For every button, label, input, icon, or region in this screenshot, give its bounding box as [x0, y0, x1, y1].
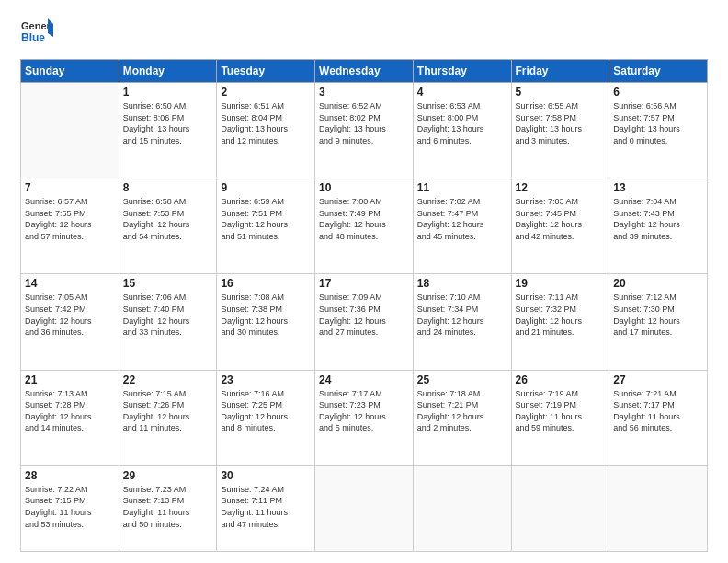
day-cell: 13Sunrise: 7:04 AM Sunset: 7:43 PM Dayli… — [609, 178, 708, 274]
day-info: Sunrise: 7:17 AM Sunset: 7:23 PM Dayligh… — [319, 388, 409, 434]
day-cell: 24Sunrise: 7:17 AM Sunset: 7:23 PM Dayli… — [315, 370, 414, 465]
day-number: 2 — [221, 86, 311, 98]
day-cell: 23Sunrise: 7:16 AM Sunset: 7:25 PM Dayli… — [217, 370, 315, 465]
day-cell: 30Sunrise: 7:24 AM Sunset: 7:11 PM Dayli… — [217, 465, 315, 551]
day-number: 28 — [25, 469, 115, 482]
day-info: Sunrise: 7:05 AM Sunset: 7:42 PM Dayligh… — [25, 292, 115, 338]
day-cell: 7Sunrise: 6:57 AM Sunset: 7:55 PM Daylig… — [21, 178, 119, 274]
day-info: Sunrise: 7:16 AM Sunset: 7:25 PM Dayligh… — [221, 388, 311, 434]
day-number: 23 — [221, 373, 311, 386]
day-cell — [315, 465, 414, 551]
day-info: Sunrise: 7:12 AM Sunset: 7:30 PM Dayligh… — [613, 292, 703, 338]
day-cell: 3Sunrise: 6:52 AM Sunset: 8:02 PM Daylig… — [315, 83, 414, 178]
day-number: 14 — [25, 277, 115, 290]
weekday-thursday: Thursday — [413, 60, 511, 83]
day-cell: 5Sunrise: 6:55 AM Sunset: 7:58 PM Daylig… — [511, 83, 609, 178]
day-cell: 16Sunrise: 7:08 AM Sunset: 7:38 PM Dayli… — [217, 274, 315, 370]
day-cell: 29Sunrise: 7:23 AM Sunset: 7:13 PM Dayli… — [119, 465, 217, 551]
day-number: 15 — [123, 277, 213, 290]
day-number: 18 — [417, 277, 507, 290]
week-row-5: 28Sunrise: 7:22 AM Sunset: 7:15 PM Dayli… — [21, 465, 708, 551]
day-number: 12 — [516, 181, 606, 194]
day-info: Sunrise: 6:51 AM Sunset: 8:04 PM Dayligh… — [221, 100, 311, 146]
day-number: 1 — [123, 86, 213, 98]
day-number: 9 — [221, 181, 311, 194]
day-cell: 27Sunrise: 7:21 AM Sunset: 7:17 PM Dayli… — [609, 370, 708, 465]
day-info: Sunrise: 7:00 AM Sunset: 7:49 PM Dayligh… — [319, 196, 409, 242]
day-number: 26 — [516, 373, 606, 386]
week-row-3: 14Sunrise: 7:05 AM Sunset: 7:42 PM Dayli… — [21, 274, 708, 370]
day-info: Sunrise: 6:57 AM Sunset: 7:55 PM Dayligh… — [25, 196, 115, 242]
week-row-1: 1Sunrise: 6:50 AM Sunset: 8:06 PM Daylig… — [21, 83, 708, 178]
week-row-4: 21Sunrise: 7:13 AM Sunset: 7:28 PM Dayli… — [21, 370, 708, 465]
logo-svg: General Blue — [20, 17, 53, 50]
day-cell: 12Sunrise: 7:03 AM Sunset: 7:45 PM Dayli… — [511, 178, 609, 274]
day-cell: 9Sunrise: 6:59 AM Sunset: 7:51 PM Daylig… — [217, 178, 315, 274]
day-cell: 25Sunrise: 7:18 AM Sunset: 7:21 PM Dayli… — [413, 370, 511, 465]
day-number: 27 — [613, 373, 703, 386]
day-cell — [413, 465, 511, 551]
day-info: Sunrise: 7:09 AM Sunset: 7:36 PM Dayligh… — [319, 292, 409, 338]
weekday-friday: Friday — [511, 60, 609, 83]
day-cell: 22Sunrise: 7:15 AM Sunset: 7:26 PM Dayli… — [119, 370, 217, 465]
day-cell: 6Sunrise: 6:56 AM Sunset: 7:57 PM Daylig… — [609, 83, 708, 178]
day-cell: 18Sunrise: 7:10 AM Sunset: 7:34 PM Dayli… — [413, 274, 511, 370]
day-number: 20 — [613, 277, 703, 290]
day-info: Sunrise: 7:22 AM Sunset: 7:15 PM Dayligh… — [25, 484, 115, 530]
header: General Blue — [20, 17, 708, 50]
day-number: 21 — [25, 373, 115, 386]
day-cell: 1Sunrise: 6:50 AM Sunset: 8:06 PM Daylig… — [119, 83, 217, 178]
day-cell: 8Sunrise: 6:58 AM Sunset: 7:53 PM Daylig… — [119, 178, 217, 274]
weekday-header-row: SundayMondayTuesdayWednesdayThursdayFrid… — [21, 60, 708, 83]
day-cell: 21Sunrise: 7:13 AM Sunset: 7:28 PM Dayli… — [21, 370, 119, 465]
day-number: 17 — [319, 277, 409, 290]
day-number: 11 — [417, 181, 507, 194]
day-info: Sunrise: 6:52 AM Sunset: 8:02 PM Dayligh… — [319, 100, 409, 146]
weekday-sunday: Sunday — [21, 60, 119, 83]
day-number: 25 — [417, 373, 507, 386]
day-number: 4 — [417, 86, 507, 98]
day-info: Sunrise: 7:08 AM Sunset: 7:38 PM Dayligh… — [221, 292, 311, 338]
weekday-saturday: Saturday — [609, 60, 708, 83]
day-cell — [511, 465, 609, 551]
day-cell: 19Sunrise: 7:11 AM Sunset: 7:32 PM Dayli… — [511, 274, 609, 370]
day-info: Sunrise: 6:55 AM Sunset: 7:58 PM Dayligh… — [516, 100, 606, 146]
day-info: Sunrise: 6:56 AM Sunset: 7:57 PM Dayligh… — [613, 100, 703, 146]
day-cell: 28Sunrise: 7:22 AM Sunset: 7:15 PM Dayli… — [21, 465, 119, 551]
day-number: 22 — [123, 373, 213, 386]
day-info: Sunrise: 7:21 AM Sunset: 7:17 PM Dayligh… — [613, 388, 703, 434]
day-cell: 11Sunrise: 7:02 AM Sunset: 7:47 PM Dayli… — [413, 178, 511, 274]
day-info: Sunrise: 7:02 AM Sunset: 7:47 PM Dayligh… — [417, 196, 507, 242]
logo: General Blue — [20, 17, 53, 50]
day-cell — [21, 83, 119, 178]
day-info: Sunrise: 7:15 AM Sunset: 7:26 PM Dayligh… — [123, 388, 213, 434]
day-info: Sunrise: 6:50 AM Sunset: 8:06 PM Dayligh… — [123, 100, 213, 146]
day-info: Sunrise: 7:03 AM Sunset: 7:45 PM Dayligh… — [516, 196, 606, 242]
calendar-table: SundayMondayTuesdayWednesdayThursdayFrid… — [20, 59, 708, 552]
day-info: Sunrise: 7:23 AM Sunset: 7:13 PM Dayligh… — [123, 484, 213, 530]
day-info: Sunrise: 7:04 AM Sunset: 7:43 PM Dayligh… — [613, 196, 703, 242]
day-info: Sunrise: 7:10 AM Sunset: 7:34 PM Dayligh… — [417, 292, 507, 338]
day-cell — [609, 465, 708, 551]
day-number: 6 — [613, 86, 703, 98]
day-number: 7 — [25, 181, 115, 194]
day-cell: 20Sunrise: 7:12 AM Sunset: 7:30 PM Dayli… — [609, 274, 708, 370]
day-number: 10 — [319, 181, 409, 194]
day-cell: 26Sunrise: 7:19 AM Sunset: 7:19 PM Dayli… — [511, 370, 609, 465]
svg-text:Blue: Blue — [21, 31, 45, 44]
day-number: 13 — [613, 181, 703, 194]
day-number: 29 — [123, 469, 213, 482]
day-cell: 10Sunrise: 7:00 AM Sunset: 7:49 PM Dayli… — [315, 178, 414, 274]
day-cell: 14Sunrise: 7:05 AM Sunset: 7:42 PM Dayli… — [21, 274, 119, 370]
day-cell: 2Sunrise: 6:51 AM Sunset: 8:04 PM Daylig… — [217, 83, 315, 178]
week-row-2: 7Sunrise: 6:57 AM Sunset: 7:55 PM Daylig… — [21, 178, 708, 274]
day-cell: 4Sunrise: 6:53 AM Sunset: 8:00 PM Daylig… — [413, 83, 511, 178]
day-info: Sunrise: 7:06 AM Sunset: 7:40 PM Dayligh… — [123, 292, 213, 338]
day-number: 8 — [123, 181, 213, 194]
day-info: Sunrise: 7:13 AM Sunset: 7:28 PM Dayligh… — [25, 388, 115, 434]
weekday-monday: Monday — [119, 60, 217, 83]
day-info: Sunrise: 7:11 AM Sunset: 7:32 PM Dayligh… — [516, 292, 606, 338]
day-number: 3 — [319, 86, 409, 98]
day-info: Sunrise: 7:24 AM Sunset: 7:11 PM Dayligh… — [221, 484, 311, 530]
weekday-tuesday: Tuesday — [217, 60, 315, 83]
